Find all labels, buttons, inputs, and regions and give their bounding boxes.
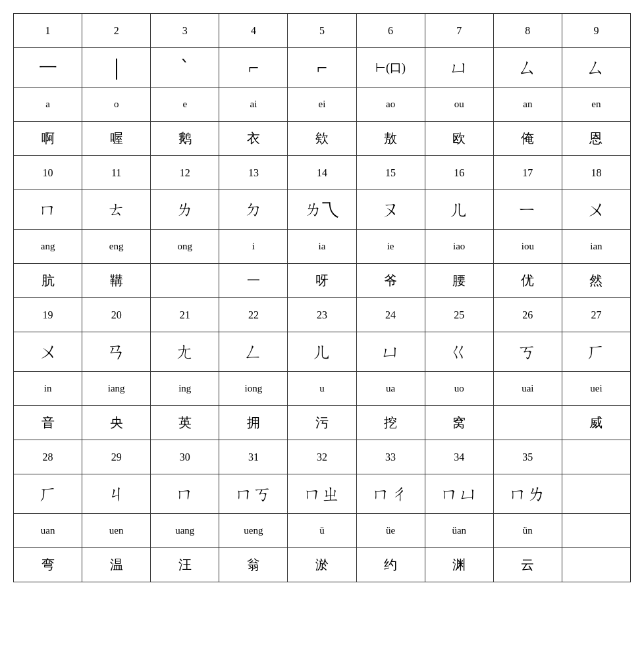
bopo-1-2: ｜ xyxy=(82,48,151,88)
bopomofo-row-3: ㄨ ㄢ ㄤ ㄥ ㄦ ㄩ ㄍ ㄎ ㄏ xyxy=(14,332,631,372)
cell-1-9: 9 xyxy=(562,14,630,48)
py-2-6: ie xyxy=(356,230,425,264)
py-2-5: ia xyxy=(288,230,356,264)
cell-1-5: 5 xyxy=(288,14,356,48)
py-4-1: uan xyxy=(14,514,82,548)
py-4-7: üan xyxy=(425,514,493,548)
bopo-3-7: ㄍ xyxy=(425,332,493,372)
zh-4-4: 翁 xyxy=(219,548,288,582)
zh-2-5: 呀 xyxy=(288,264,356,298)
bopo-4-1: ㄏ xyxy=(14,474,82,514)
py-1-4: ai xyxy=(219,88,288,122)
py-3-8: uai xyxy=(493,372,562,406)
cell-4-3: 30 xyxy=(151,440,219,474)
zh-4-5: 淤 xyxy=(288,548,356,582)
cell-2-2: 11 xyxy=(82,156,151,190)
py-1-7: ou xyxy=(425,88,493,122)
zh-1-9: 恩 xyxy=(562,122,630,156)
py-3-9: uei xyxy=(562,372,630,406)
py-4-2: uen xyxy=(82,514,151,548)
zh-3-2: 央 xyxy=(82,406,151,440)
cell-4-4: 31 xyxy=(219,440,288,474)
cell-2-7: 16 xyxy=(425,156,493,190)
bopo-4-2: ㄐ xyxy=(82,474,151,514)
cell-4-1: 28 xyxy=(14,440,82,474)
py-4-9 xyxy=(562,514,630,548)
zh-4-9 xyxy=(562,548,630,582)
py-1-1: a xyxy=(14,88,82,122)
py-3-4: iong xyxy=(219,372,288,406)
cell-2-4: 13 xyxy=(219,156,288,190)
zh-3-6: 挖 xyxy=(356,406,425,440)
cell-2-5: 14 xyxy=(288,156,356,190)
bopo-4-7: ㄇㄩ xyxy=(425,474,493,514)
cell-1-3: 3 xyxy=(151,14,219,48)
bopo-4-8: ㄇㄌ xyxy=(493,474,562,514)
bopo-2-7: ㄦ xyxy=(425,190,493,230)
bopo-4-6: ㄇㄔ xyxy=(356,474,425,514)
py-1-3: e xyxy=(151,88,219,122)
py-4-3: uang xyxy=(151,514,219,548)
zh-1-8: 俺 xyxy=(493,122,562,156)
py-4-8: ün xyxy=(493,514,562,548)
zh-2-1: 肮 xyxy=(14,264,82,298)
cell-2-1: 10 xyxy=(14,156,82,190)
bopo-3-3: ㄤ xyxy=(151,332,219,372)
bopo-4-5: ㄇㄓ xyxy=(288,474,356,514)
bopo-2-6: ㄡ xyxy=(356,190,425,230)
zh-2-3 xyxy=(151,264,219,298)
zh-2-9: 然 xyxy=(562,264,630,298)
zh-2-7: 腰 xyxy=(425,264,493,298)
cell-4-8: 35 xyxy=(493,440,562,474)
zh-2-6: 爷 xyxy=(356,264,425,298)
py-2-7: iao xyxy=(425,230,493,264)
bopo-4-3: ㄇ xyxy=(151,474,219,514)
bopo-2-3: ㄌ xyxy=(151,190,219,230)
zh-3-8 xyxy=(493,406,562,440)
bopo-1-5: ⌐ xyxy=(288,48,356,88)
zh-1-5: 欸 xyxy=(288,122,356,156)
zh-3-7: 窝 xyxy=(425,406,493,440)
pinyin-row-1: a o e ai ei ao ou an en xyxy=(14,88,631,122)
bopo-3-6: ㄩ xyxy=(356,332,425,372)
py-2-9: ian xyxy=(562,230,630,264)
py-4-5: ü xyxy=(288,514,356,548)
chinese-row-1: 啊 喔 鹅 衣 欸 敖 欧 俺 恩 xyxy=(14,122,631,156)
cell-4-2: 29 xyxy=(82,440,151,474)
bopo-1-6: ⊢(口) xyxy=(356,48,425,88)
py-3-5: u xyxy=(288,372,356,406)
cell-3-2: 20 xyxy=(82,298,151,332)
zh-3-3: 英 xyxy=(151,406,219,440)
zh-4-8: 云 xyxy=(493,548,562,582)
bopo-1-7: ㄩ xyxy=(425,48,493,88)
cell-3-8: 26 xyxy=(493,298,562,332)
zh-2-2: 鞲 xyxy=(82,264,151,298)
cell-3-6: 24 xyxy=(356,298,425,332)
cell-3-9: 27 xyxy=(562,298,630,332)
zh-3-9: 威 xyxy=(562,406,630,440)
pinyin-row-3: in iang ing iong u ua uo uai uei xyxy=(14,372,631,406)
cell-2-6: 15 xyxy=(356,156,425,190)
bopomofo-row-1: 一 ｜ ˋ ⌐ ⌐ ⊢(口) ㄩ ㄙ ㄙ xyxy=(14,48,631,88)
zh-4-3: 汪 xyxy=(151,548,219,582)
bopo-3-2: ㄢ xyxy=(82,332,151,372)
bopomofo-row-2: ㄇ ㄊ ㄌ ㄉ ㄌ乁 ㄡ ㄦ ㄧ ㄨ xyxy=(14,190,631,230)
number-row-1: 1 2 3 4 5 6 7 8 9 xyxy=(14,14,631,48)
zh-2-8: 优 xyxy=(493,264,562,298)
cell-4-9 xyxy=(562,440,630,474)
py-4-4: ueng xyxy=(219,514,288,548)
cell-2-8: 17 xyxy=(493,156,562,190)
bopo-1-8: ㄙ xyxy=(493,48,562,88)
cell-1-8: 8 xyxy=(493,14,562,48)
py-4-6: üe xyxy=(356,514,425,548)
pinyin-row-2: ang eng ong i ia ie iao iou ian xyxy=(14,230,631,264)
zh-3-5: 污 xyxy=(288,406,356,440)
bopo-2-5: ㄌ乁 xyxy=(288,190,356,230)
py-2-2: eng xyxy=(82,230,151,264)
cell-1-2: 2 xyxy=(82,14,151,48)
bopo-3-5: ㄦ xyxy=(288,332,356,372)
bopomofo-row-4: ㄏ ㄐ ㄇ ㄇㄎ ㄇㄓ ㄇㄔ ㄇㄩ ㄇㄌ xyxy=(14,474,631,514)
zh-3-1: 音 xyxy=(14,406,82,440)
zh-3-4: 拥 xyxy=(219,406,288,440)
cell-1-4: 4 xyxy=(219,14,288,48)
